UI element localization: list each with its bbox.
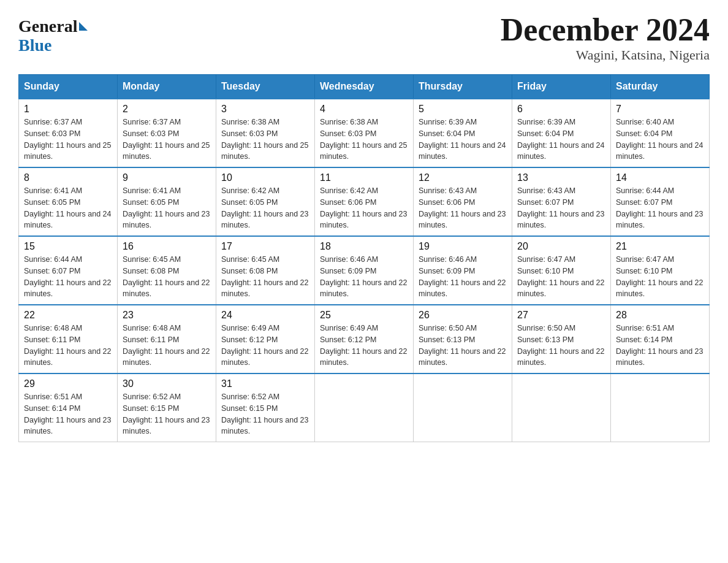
col-wednesday: Wednesday (315, 75, 414, 99)
day-info: Sunrise: 6:39 AM Sunset: 6:04 PM Dayligh… (419, 117, 507, 163)
day-number: 12 (419, 172, 507, 183)
calendar-day-cell: 15 Sunrise: 6:44 AM Sunset: 6:07 PM Dayl… (19, 236, 118, 305)
calendar-day-cell: 26 Sunrise: 6:50 AM Sunset: 6:13 PM Dayl… (414, 305, 512, 373)
day-number: 28 (616, 310, 704, 321)
calendar-day-cell: 7 Sunrise: 6:40 AM Sunset: 6:04 PM Dayli… (611, 99, 710, 167)
day-number: 8 (24, 172, 112, 183)
calendar-day-cell: 30 Sunrise: 6:52 AM Sunset: 6:15 PM Dayl… (118, 373, 216, 442)
calendar-day-cell: 21 Sunrise: 6:47 AM Sunset: 6:10 PM Dayl… (611, 236, 710, 305)
col-sunday: Sunday (19, 75, 118, 99)
day-info: Sunrise: 6:45 AM Sunset: 6:08 PM Dayligh… (221, 254, 309, 300)
calendar-day-cell: 8 Sunrise: 6:41 AM Sunset: 6:05 PM Dayli… (19, 167, 118, 236)
day-info: Sunrise: 6:52 AM Sunset: 6:15 PM Dayligh… (221, 391, 309, 437)
calendar-day-cell: 17 Sunrise: 6:45 AM Sunset: 6:08 PM Dayl… (216, 236, 315, 305)
day-info: Sunrise: 6:44 AM Sunset: 6:07 PM Dayligh… (24, 254, 112, 300)
day-info: Sunrise: 6:46 AM Sunset: 6:09 PM Dayligh… (320, 254, 408, 300)
day-info: Sunrise: 6:52 AM Sunset: 6:15 PM Dayligh… (123, 391, 211, 437)
day-info: Sunrise: 6:45 AM Sunset: 6:08 PM Dayligh… (123, 254, 211, 300)
day-number: 24 (221, 310, 309, 321)
day-number: 3 (221, 104, 309, 115)
calendar-day-cell: 1 Sunrise: 6:37 AM Sunset: 6:03 PM Dayli… (19, 99, 118, 167)
calendar-day-cell: 22 Sunrise: 6:48 AM Sunset: 6:11 PM Dayl… (19, 305, 118, 373)
calendar-day-cell (315, 373, 414, 442)
calendar-day-cell: 3 Sunrise: 6:38 AM Sunset: 6:03 PM Dayli… (216, 99, 315, 167)
day-number: 7 (616, 104, 704, 115)
day-number: 22 (24, 310, 112, 321)
day-number: 9 (123, 172, 211, 183)
day-info: Sunrise: 6:41 AM Sunset: 6:05 PM Dayligh… (24, 185, 112, 231)
calendar-day-cell: 9 Sunrise: 6:41 AM Sunset: 6:05 PM Dayli… (118, 167, 216, 236)
calendar-week-row: 8 Sunrise: 6:41 AM Sunset: 6:05 PM Dayli… (19, 167, 710, 236)
day-number: 6 (517, 104, 605, 115)
day-number: 15 (24, 241, 112, 252)
day-number: 29 (24, 378, 112, 389)
day-info: Sunrise: 6:37 AM Sunset: 6:03 PM Dayligh… (123, 117, 211, 163)
day-number: 2 (123, 104, 211, 115)
calendar-day-cell: 12 Sunrise: 6:43 AM Sunset: 6:06 PM Dayl… (414, 167, 512, 236)
calendar-day-cell (611, 373, 710, 442)
calendar-day-cell: 31 Sunrise: 6:52 AM Sunset: 6:15 PM Dayl… (216, 373, 315, 442)
calendar-day-cell: 4 Sunrise: 6:38 AM Sunset: 6:03 PM Dayli… (315, 99, 414, 167)
calendar-week-row: 29 Sunrise: 6:51 AM Sunset: 6:14 PM Dayl… (19, 373, 710, 442)
page-header: General Blue December 2024 Wagini, Katsi… (18, 12, 710, 63)
day-number: 20 (517, 241, 605, 252)
calendar-week-row: 22 Sunrise: 6:48 AM Sunset: 6:11 PM Dayl… (19, 305, 710, 373)
location-subtitle: Wagini, Katsina, Nigeria (501, 47, 710, 63)
calendar-day-cell: 29 Sunrise: 6:51 AM Sunset: 6:14 PM Dayl… (19, 373, 118, 442)
col-friday: Friday (512, 75, 611, 99)
calendar-day-cell: 13 Sunrise: 6:43 AM Sunset: 6:07 PM Dayl… (512, 167, 611, 236)
day-info: Sunrise: 6:47 AM Sunset: 6:10 PM Dayligh… (616, 254, 704, 300)
calendar-day-cell: 14 Sunrise: 6:44 AM Sunset: 6:07 PM Dayl… (611, 167, 710, 236)
day-info: Sunrise: 6:39 AM Sunset: 6:04 PM Dayligh… (517, 117, 605, 163)
day-number: 19 (419, 241, 507, 252)
day-info: Sunrise: 6:48 AM Sunset: 6:11 PM Dayligh… (123, 323, 211, 369)
day-info: Sunrise: 6:48 AM Sunset: 6:11 PM Dayligh… (24, 323, 112, 369)
calendar-day-cell: 20 Sunrise: 6:47 AM Sunset: 6:10 PM Dayl… (512, 236, 611, 305)
day-info: Sunrise: 6:44 AM Sunset: 6:07 PM Dayligh… (616, 185, 704, 231)
calendar-day-cell: 5 Sunrise: 6:39 AM Sunset: 6:04 PM Dayli… (414, 99, 512, 167)
calendar-day-cell: 18 Sunrise: 6:46 AM Sunset: 6:09 PM Dayl… (315, 236, 414, 305)
day-info: Sunrise: 6:51 AM Sunset: 6:14 PM Dayligh… (24, 391, 112, 437)
day-number: 14 (616, 172, 704, 183)
day-number: 17 (221, 241, 309, 252)
day-info: Sunrise: 6:37 AM Sunset: 6:03 PM Dayligh… (24, 117, 112, 163)
col-tuesday: Tuesday (216, 75, 315, 99)
day-number: 16 (123, 241, 211, 252)
calendar-day-cell: 24 Sunrise: 6:49 AM Sunset: 6:12 PM Dayl… (216, 305, 315, 373)
day-info: Sunrise: 6:43 AM Sunset: 6:06 PM Dayligh… (419, 185, 507, 231)
calendar-day-cell: 2 Sunrise: 6:37 AM Sunset: 6:03 PM Dayli… (118, 99, 216, 167)
day-number: 13 (517, 172, 605, 183)
day-info: Sunrise: 6:50 AM Sunset: 6:13 PM Dayligh… (517, 323, 605, 369)
day-info: Sunrise: 6:46 AM Sunset: 6:09 PM Dayligh… (419, 254, 507, 300)
day-number: 25 (320, 310, 408, 321)
day-info: Sunrise: 6:40 AM Sunset: 6:04 PM Dayligh… (616, 117, 704, 163)
day-info: Sunrise: 6:43 AM Sunset: 6:07 PM Dayligh… (517, 185, 605, 231)
day-info: Sunrise: 6:38 AM Sunset: 6:03 PM Dayligh… (221, 117, 309, 163)
calendar-day-cell: 23 Sunrise: 6:48 AM Sunset: 6:11 PM Dayl… (118, 305, 216, 373)
col-thursday: Thursday (414, 75, 512, 99)
month-title: December 2024 (501, 12, 710, 47)
calendar-day-cell: 27 Sunrise: 6:50 AM Sunset: 6:13 PM Dayl… (512, 305, 611, 373)
day-number: 1 (24, 104, 112, 115)
col-saturday: Saturday (611, 75, 710, 99)
day-number: 18 (320, 241, 408, 252)
day-number: 23 (123, 310, 211, 321)
calendar-day-cell (512, 373, 611, 442)
title-area: December 2024 Wagini, Katsina, Nigeria (501, 12, 710, 63)
day-number: 31 (221, 378, 309, 389)
day-number: 5 (419, 104, 507, 115)
day-info: Sunrise: 6:51 AM Sunset: 6:14 PM Dayligh… (616, 323, 704, 369)
col-monday: Monday (118, 75, 216, 99)
day-number: 21 (616, 241, 704, 252)
day-number: 10 (221, 172, 309, 183)
calendar-day-cell: 11 Sunrise: 6:42 AM Sunset: 6:06 PM Dayl… (315, 167, 414, 236)
day-number: 27 (517, 310, 605, 321)
day-info: Sunrise: 6:38 AM Sunset: 6:03 PM Dayligh… (320, 117, 408, 163)
day-number: 4 (320, 104, 408, 115)
calendar-day-cell: 28 Sunrise: 6:51 AM Sunset: 6:14 PM Dayl… (611, 305, 710, 373)
day-number: 11 (320, 172, 408, 183)
day-info: Sunrise: 6:42 AM Sunset: 6:06 PM Dayligh… (320, 185, 408, 231)
day-info: Sunrise: 6:41 AM Sunset: 6:05 PM Dayligh… (123, 185, 211, 231)
calendar-day-cell (414, 373, 512, 442)
calendar-table: Sunday Monday Tuesday Wednesday Thursday… (18, 74, 710, 442)
